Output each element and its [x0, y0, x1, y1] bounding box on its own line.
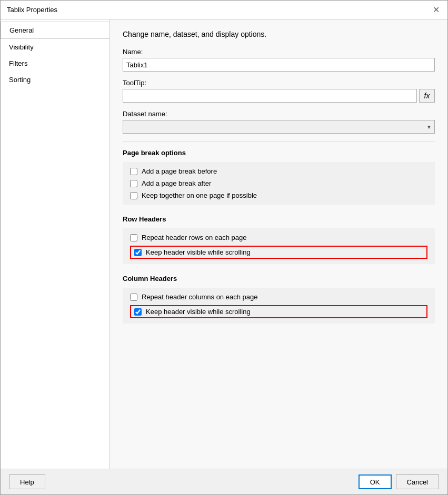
sidebar-label-filters: Filters — [9, 59, 27, 67]
section-description: Change name, dataset, and display option… — [123, 30, 435, 38]
main-content: Change name, dataset, and display option… — [110, 19, 447, 469]
keep-col-visible-label[interactable]: Keep header visible while scrolling — [146, 308, 251, 316]
column-headers-header: Column Headers — [123, 275, 435, 282]
footer-left: Help — [9, 474, 45, 489]
divider-1 — [123, 141, 435, 142]
keep-row-visible-label[interactable]: Keep header visible while scrolling — [146, 248, 251, 256]
repeat-rows-label[interactable]: Repeat header rows on each page — [142, 234, 246, 241]
dialog-body: General Visibility Filters Sorting Chang… — [1, 19, 447, 469]
name-field-group: Name: — [123, 48, 435, 72]
sidebar-item-sorting[interactable]: Sorting — [1, 72, 109, 88]
name-label: Name: — [123, 48, 435, 56]
break-before-label[interactable]: Add a page break before — [142, 167, 217, 175]
repeat-cols-label[interactable]: Repeat header columns on each page — [142, 293, 257, 301]
sidebar-item-filters[interactable]: Filters — [1, 55, 109, 72]
dataset-field-group: Dataset name: ▼ — [123, 110, 435, 134]
column-headers-section: Column Headers Repeat header columns on … — [123, 275, 435, 324]
dataset-select-wrapper: ▼ — [123, 120, 435, 134]
keep-row-visible-checkbox[interactable] — [134, 249, 142, 256]
sidebar-label-general: General — [9, 26, 34, 34]
sidebar-item-visibility[interactable]: Visibility — [1, 39, 109, 55]
keep-together-checkbox[interactable] — [130, 192, 137, 199]
sidebar-label-visibility: Visibility — [9, 43, 34, 51]
row-headers-header: Row Headers — [123, 215, 435, 223]
name-input[interactable] — [123, 58, 435, 72]
sidebar-label-sorting: Sorting — [9, 76, 31, 84]
title-bar: Tablix Properties ✕ — [1, 1, 447, 19]
dataset-label: Dataset name: — [123, 110, 435, 118]
tooltip-field-group: ToolTip: fx — [123, 79, 435, 103]
help-button[interactable]: Help — [9, 474, 45, 489]
page-break-section: Page break options Add a page break befo… — [123, 149, 435, 205]
break-after-checkbox[interactable] — [130, 180, 137, 187]
column-headers-body: Repeat header columns on each page Keep … — [123, 288, 435, 324]
dialog-footer: Help OK Cancel — [1, 469, 447, 494]
tooltip-input[interactable] — [123, 89, 417, 103]
repeat-cols-checkbox[interactable] — [130, 294, 137, 301]
sidebar: General Visibility Filters Sorting — [1, 19, 110, 469]
checkbox-row-break-before: Add a page break before — [130, 167, 427, 175]
row-headers-body: Repeat header rows on each page Keep hea… — [123, 228, 435, 264]
break-after-label[interactable]: Add a page break after — [142, 179, 211, 187]
tablix-properties-dialog: Tablix Properties ✕ General Visibility F… — [0, 0, 448, 495]
checkbox-row-break-after: Add a page break after — [130, 179, 427, 187]
checkbox-row-keep-together: Keep together on one page if possible — [130, 191, 427, 199]
close-button[interactable]: ✕ — [431, 5, 441, 15]
checkbox-row-keep-row-visible: Keep header visible while scrolling — [130, 246, 427, 259]
footer-right: OK Cancel — [359, 474, 439, 489]
dataset-select[interactable] — [123, 120, 435, 134]
break-before-checkbox[interactable] — [130, 168, 137, 175]
page-break-header: Page break options — [123, 149, 435, 157]
dialog-title: Tablix Properties — [7, 6, 57, 14]
sidebar-item-general[interactable]: General — [1, 22, 109, 39]
repeat-rows-checkbox[interactable] — [130, 234, 137, 241]
keep-col-visible-checkbox[interactable] — [134, 308, 142, 316]
page-break-body: Add a page break before Add a page break… — [123, 162, 435, 205]
cancel-button[interactable]: Cancel — [396, 474, 439, 489]
fx-button[interactable]: fx — [419, 89, 435, 103]
checkbox-row-repeat-rows: Repeat header rows on each page — [130, 234, 427, 241]
ok-button[interactable]: OK — [359, 474, 392, 489]
tooltip-label: ToolTip: — [123, 79, 435, 87]
checkbox-row-keep-col-visible: Keep header visible while scrolling — [130, 305, 427, 318]
checkbox-row-repeat-cols: Repeat header columns on each page — [130, 293, 427, 301]
tooltip-row: fx — [123, 89, 435, 103]
row-headers-section: Row Headers Repeat header rows on each p… — [123, 215, 435, 264]
keep-together-label[interactable]: Keep together on one page if possible — [142, 191, 257, 199]
